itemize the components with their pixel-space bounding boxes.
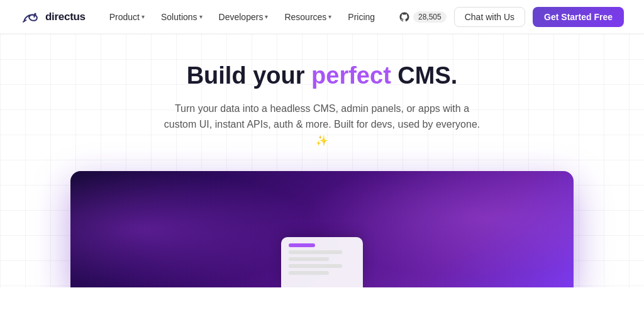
chevron-down-icon: ▾ xyxy=(328,13,331,20)
directus-logo-icon xyxy=(20,7,40,27)
get-started-button[interactable]: Get Started Free xyxy=(533,7,624,27)
card-line-2 xyxy=(289,257,329,261)
github-badge[interactable]: 28,505 xyxy=(399,11,447,23)
hero-subtitle: Turn your data into a headless CMS, admi… xyxy=(158,101,486,149)
hero-title-part1: Build your xyxy=(187,62,311,89)
card-line-3 xyxy=(289,264,342,268)
github-count: 28,505 xyxy=(413,11,447,23)
nav-item-solutions[interactable]: Solutions ▾ xyxy=(155,8,209,26)
floating-card xyxy=(281,237,363,287)
github-icon xyxy=(399,11,410,23)
nav-right: 28,505 Chat with Us Get Started Free xyxy=(399,7,624,27)
nav-item-developers[interactable]: Developers ▾ xyxy=(213,8,275,26)
card-line-4 xyxy=(289,271,329,275)
hero-title-highlight: perfect xyxy=(311,62,391,89)
nav-item-pricing[interactable]: Pricing xyxy=(341,8,381,26)
chevron-down-icon: ▾ xyxy=(199,13,203,20)
svg-point-0 xyxy=(34,13,36,14)
hero-section: Build your perfect CMS. Turn your data i… xyxy=(0,34,644,287)
navbar: directus Product ▾ Solutions ▾ Developer… xyxy=(0,0,644,34)
logo-text: directus xyxy=(45,11,86,23)
chat-button[interactable]: Chat with Us xyxy=(454,7,525,27)
chevron-down-icon: ▾ xyxy=(142,13,145,20)
hero-title: Build your perfect CMS. xyxy=(20,62,624,91)
card-line-1 xyxy=(289,250,342,254)
card-line-accent xyxy=(289,243,315,247)
hero-title-part2: CMS. xyxy=(391,62,458,89)
chevron-down-icon: ▾ xyxy=(265,13,268,20)
nav-links: Product ▾ Solutions ▾ Developers ▾ Resou… xyxy=(103,8,399,26)
nav-item-product[interactable]: Product ▾ xyxy=(103,8,151,26)
logo-link[interactable]: directus xyxy=(20,7,86,27)
nav-item-resources[interactable]: Resources ▾ xyxy=(278,8,338,26)
dashboard-preview xyxy=(70,171,574,287)
